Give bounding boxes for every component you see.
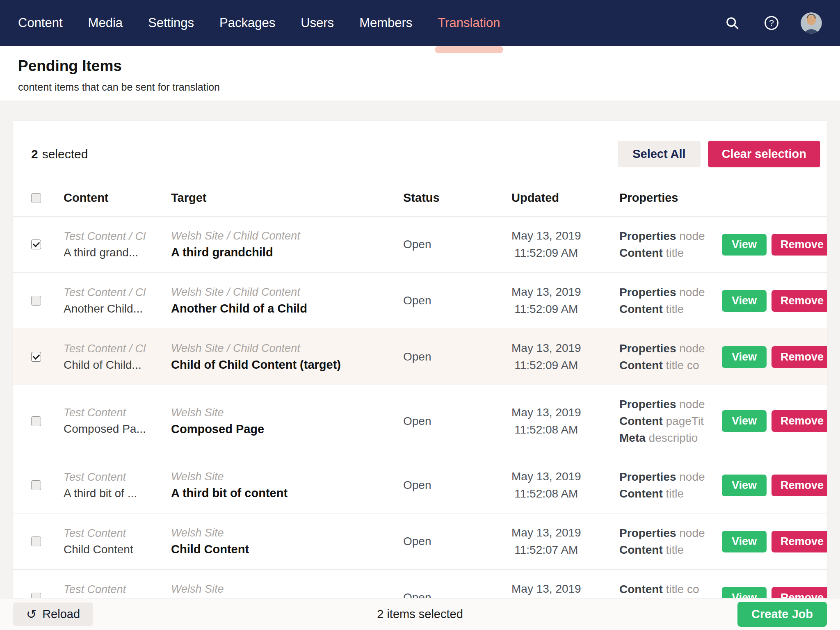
nav-item-translation[interactable]: Translation (425, 0, 513, 46)
target-cell: Welsh Site / Child Content Another Child… (171, 286, 403, 315)
property-line: Content title (619, 301, 722, 317)
table-row: Test Content A third bit of ... Welsh Si… (13, 457, 827, 514)
table-row: Test Content / Cl Another Child... Welsh… (13, 273, 827, 329)
view-button[interactable]: View (722, 234, 767, 256)
property-line: Content title (619, 541, 722, 558)
updated-date: May 13, 2019 (511, 283, 581, 301)
remove-button[interactable]: Remove (772, 410, 827, 432)
property-line: Content title (619, 485, 722, 502)
row-actions: View Remove (722, 290, 827, 312)
updated-date: May 13, 2019 (511, 524, 581, 541)
updated-date: May 13, 2019 (511, 580, 581, 598)
properties-cell: Properties nodeContent title (619, 525, 722, 558)
remove-button[interactable]: Remove (772, 531, 827, 552)
reload-label: Reload (42, 608, 80, 620)
nav-item-users[interactable]: Users (288, 0, 347, 46)
view-button[interactable]: View (722, 290, 767, 312)
content-name: Another Child... (64, 302, 171, 315)
content-path: Test Content / Cl (64, 342, 171, 355)
select-all-checkbox[interactable] (31, 193, 41, 203)
pending-items-table: Content Target Status Updated Properties… (13, 191, 827, 626)
row-select-checkbox[interactable] (31, 416, 41, 426)
user-avatar[interactable] (801, 12, 822, 34)
footer-bar: ↺ Reload 2 items selected Create Job (0, 598, 840, 630)
view-button[interactable]: View (722, 531, 767, 552)
target-cell: Welsh Site A third bit of content (171, 470, 403, 500)
remove-button[interactable]: Remove (772, 290, 827, 312)
updated-time: 11:52:09 AM (511, 244, 581, 262)
row-select-checkbox[interactable] (31, 480, 41, 490)
reload-button[interactable]: ↺ Reload (13, 603, 93, 626)
nav-item-packages[interactable]: Packages (207, 0, 288, 46)
create-job-button[interactable]: Create Job (737, 602, 827, 627)
view-button[interactable]: View (722, 410, 767, 432)
updated-date: May 13, 2019 (511, 340, 581, 357)
property-line: Content title co (619, 357, 722, 374)
column-header-properties: Properties (619, 191, 722, 205)
nav-item-members[interactable]: Members (347, 0, 425, 46)
help-icon[interactable]: ? (761, 13, 782, 33)
row-checkbox-cell (13, 480, 64, 490)
target-cell: Welsh Site Composed Page (171, 406, 403, 436)
nav-right-icons: ? (722, 12, 822, 34)
target-path: Welsh Site (171, 527, 403, 539)
selected-count: 2 (31, 147, 38, 161)
select-all-button[interactable]: Select All (618, 141, 700, 167)
search-icon[interactable] (722, 13, 742, 33)
content-cell: Test Content Composed Pa... (64, 406, 171, 436)
row-select-checkbox[interactable] (31, 296, 41, 306)
property-line: Properties node (619, 525, 722, 541)
selected-label: selected (42, 147, 88, 161)
nav-item-media[interactable]: Media (75, 0, 135, 46)
property-line: Properties node (619, 396, 722, 413)
table-row: Test Content / Cl A third grand... Welsh… (13, 217, 827, 273)
updated-cell: May 13, 2019 11:52:08 AM (511, 468, 619, 502)
content-name: Composed Pa... (64, 422, 171, 436)
target-name: Child Content (171, 543, 403, 556)
nav-item-settings[interactable]: Settings (135, 0, 207, 46)
status-text: Open (403, 535, 511, 548)
target-path: Welsh Site (171, 406, 403, 419)
status-text: Open (403, 294, 511, 307)
content-name: A third bit of ... (64, 487, 171, 500)
properties-cell: Properties nodeContent title co (619, 340, 722, 374)
updated-date: May 13, 2019 (511, 227, 581, 244)
remove-button[interactable]: Remove (772, 234, 827, 256)
clear-selection-button[interactable]: Clear selection (708, 141, 820, 167)
property-line: Content title (619, 244, 722, 261)
property-line: Content pageTit (619, 413, 722, 429)
remove-button[interactable]: Remove (772, 346, 827, 368)
content-name: A third grand... (64, 246, 171, 259)
row-checkbox-cell (13, 416, 64, 426)
property-line: Content title co (619, 581, 722, 598)
content-cell: Test Content / Cl Child of Child... (64, 342, 171, 372)
page-title: Pending Items (18, 57, 822, 75)
remove-button[interactable]: Remove (772, 475, 827, 496)
row-checkbox-cell (13, 296, 64, 306)
nav-item-content[interactable]: Content (18, 0, 75, 46)
property-line: Properties node (619, 340, 722, 357)
property-line: Properties node (619, 228, 722, 244)
view-button[interactable]: View (722, 475, 767, 496)
view-button[interactable]: View (722, 346, 767, 368)
content-path: Test Content (64, 471, 171, 484)
content-cell: Test Content / Cl Another Child... (64, 286, 171, 315)
updated-cell: May 13, 2019 11:52:08 AM (511, 404, 619, 438)
content-path: Test Content (64, 406, 171, 419)
updated-time: 11:52:09 AM (511, 357, 581, 374)
footer-status-text: 2 items selected (0, 607, 840, 621)
status-text: Open (403, 415, 511, 428)
top-navigation-bar: ContentMediaSettingsPackagesUsersMembers… (0, 0, 840, 46)
row-checkbox-cell (13, 352, 64, 362)
row-select-checkbox[interactable] (31, 240, 41, 249)
row-actions: View Remove (722, 410, 827, 432)
column-header-target: Target (171, 191, 403, 205)
row-select-checkbox[interactable] (31, 352, 41, 362)
content-path: Test Content / Cl (64, 286, 171, 299)
target-name: A third grandchild (171, 246, 403, 259)
row-select-checkbox[interactable] (31, 536, 41, 546)
target-cell: Welsh Site / Child Content Child of Chil… (171, 342, 403, 372)
target-cell: Welsh Site Child Content (171, 527, 403, 556)
content-path: Test Content / Cl (64, 230, 171, 243)
updated-time: 11:52:07 AM (511, 541, 581, 559)
